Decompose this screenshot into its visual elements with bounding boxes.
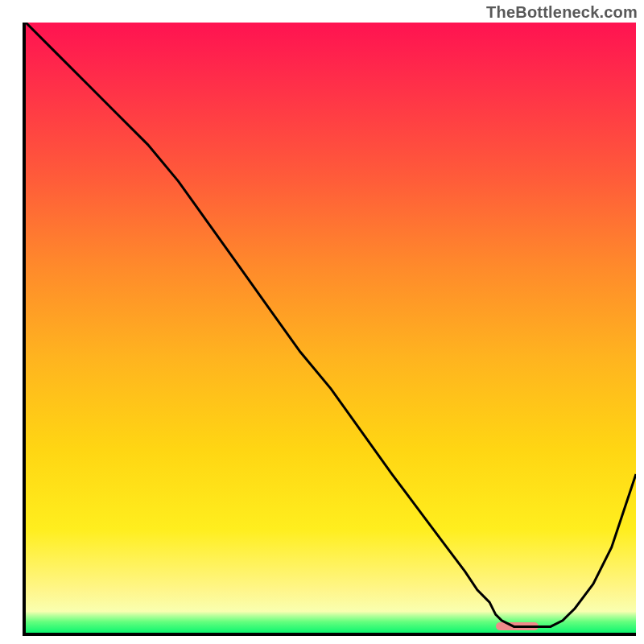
watermark-text: TheBottleneck.com (486, 3, 638, 22)
chart-container: TheBottleneck.com (0, 0, 644, 644)
x-axis (26, 633, 636, 636)
curve-svg (26, 23, 636, 633)
plot-area (26, 23, 636, 633)
bottleneck-curve (26, 23, 636, 626)
